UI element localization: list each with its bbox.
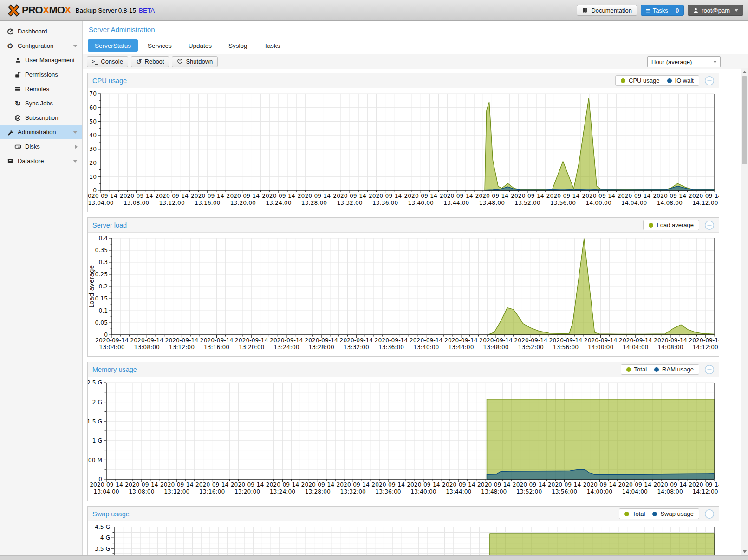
- memory-chart-legend[interactable]: TotalRAM usage: [621, 364, 699, 375]
- collapse-icon[interactable]: [704, 76, 715, 88]
- vertical-scrollbar[interactable]: [741, 68, 748, 555]
- svg-text:Load average: Load average: [88, 265, 95, 308]
- tab-tasks[interactable]: Tasks: [257, 39, 287, 52]
- collapse-icon[interactable]: [704, 220, 715, 232]
- panel-title-memory: Memory usage: [92, 366, 137, 373]
- svg-text:2020-09-1413:24:00: 2020-09-1413:24:00: [270, 337, 303, 351]
- swap-usage-panel: Swap usage TotalSwap usage 2020-09-1413:…: [87, 506, 719, 555]
- collapse-icon[interactable]: [704, 365, 715, 377]
- svg-text:2020-09-1413:40:00: 2020-09-1413:40:00: [404, 193, 437, 206]
- svg-text:2020-09-1413:28:00: 2020-09-1413:28:00: [305, 337, 338, 351]
- charts-column: CPU usage CPU usageIO wait 2020-09-1413:…: [83, 69, 748, 555]
- tab-serverstatus[interactable]: ServerStatus: [88, 39, 138, 52]
- svg-text:0: 0: [98, 476, 102, 482]
- user-icon: [13, 57, 22, 63]
- documentation-button[interactable]: Documentation: [577, 5, 637, 16]
- archive-icon: [6, 158, 14, 164]
- window-bottom-strip: [0, 555, 748, 560]
- tab-syslog[interactable]: Syslog: [221, 39, 254, 52]
- svg-text:2020-09-1413:16:00: 2020-09-1413:16:00: [195, 482, 229, 495]
- chevron-down-icon: [73, 160, 78, 163]
- svg-text:0.05: 0.05: [95, 319, 108, 326]
- sidebar-item-disks[interactable]: Disks: [0, 139, 82, 154]
- chevron-down-icon: [73, 45, 78, 47]
- sidebar-item-administration[interactable]: Administration: [0, 125, 82, 139]
- svg-text:2020-09-1413:36:00: 2020-09-1413:36:00: [371, 482, 405, 495]
- shutdown-button[interactable]: Shutdown: [172, 56, 218, 67]
- svg-text:2020-09-1414:04:00: 2020-09-1414:04:00: [618, 193, 651, 206]
- scroll-up-arrow-icon[interactable]: [743, 71, 747, 73]
- server-icon: [13, 86, 22, 92]
- svg-text:2020-09-1414:00:00: 2020-09-1414:00:00: [583, 482, 617, 495]
- tab-updates[interactable]: Updates: [182, 39, 219, 52]
- svg-text:2020-09-1413:52:00: 2020-09-1413:52:00: [514, 337, 548, 351]
- svg-text:2020-09-1413:16:00: 2020-09-1413:16:00: [200, 337, 234, 351]
- sync-icon: ↻: [13, 100, 22, 107]
- svg-text:2020-09-1413:40:00: 2020-09-1413:40:00: [410, 337, 443, 351]
- svg-text:2020-09-1413:04:00: 2020-09-1413:04:00: [95, 337, 129, 351]
- sidebar-item-dashboard[interactable]: Dashboard: [0, 24, 82, 39]
- scroll-down-arrow-icon[interactable]: [743, 550, 747, 553]
- svg-text:2020-09-1413:56:00: 2020-09-1413:56:00: [548, 482, 581, 495]
- svg-text:2020-09-1413:48:00: 2020-09-1413:48:00: [477, 482, 511, 495]
- svg-text:2020-09-1413:12:00: 2020-09-1413:12:00: [160, 482, 194, 495]
- beta-link[interactable]: BETA: [139, 7, 155, 14]
- chevron-down-icon: [735, 9, 738, 12]
- sidebar-item-remotes[interactable]: Remotes: [0, 82, 82, 96]
- svg-text:2020-09-1413:04:00: 2020-09-1413:04:00: [88, 193, 117, 206]
- chevron-down-icon: [713, 61, 717, 63]
- console-button[interactable]: >_ Console: [87, 56, 128, 67]
- svg-text:2020-09-1413:32:00: 2020-09-1413:32:00: [336, 482, 370, 495]
- svg-text:4.5 G: 4.5 G: [95, 524, 110, 530]
- svg-text:2.5 G: 2.5 G: [88, 379, 102, 386]
- sidebar-item-datastore[interactable]: Datastore: [0, 154, 82, 168]
- sidebar: Dashboard ⚙ Configuration User Managemen…: [0, 21, 83, 555]
- svg-text:2020-09-1414:12:00: 2020-09-1414:12:00: [689, 337, 719, 351]
- sidebar-item-user-management[interactable]: User Management: [0, 53, 82, 67]
- svg-text:30: 30: [89, 146, 97, 152]
- svg-text:0.3: 0.3: [98, 259, 108, 266]
- svg-text:2020-09-1414:08:00: 2020-09-1414:08:00: [653, 482, 687, 495]
- reboot-button[interactable]: ↺ Reboot: [131, 56, 169, 67]
- tasks-button[interactable]: ≡ Tasks 0: [641, 5, 684, 16]
- cpu-usage-panel: CPU usage CPU usageIO wait 2020-09-1413:…: [87, 73, 719, 212]
- svg-text:2020-09-1413:36:00: 2020-09-1413:36:00: [369, 193, 402, 206]
- svg-text:3.5 G: 3.5 G: [95, 546, 110, 552]
- svg-text:0.35: 0.35: [95, 247, 108, 254]
- svg-text:2020-09-1414:08:00: 2020-09-1414:08:00: [654, 337, 687, 351]
- cpu-chart-legend[interactable]: CPU usageIO wait: [615, 75, 699, 86]
- svg-text:2020-09-1414:12:00: 2020-09-1414:12:00: [689, 482, 719, 495]
- tab-services[interactable]: Services: [141, 39, 179, 52]
- user-menu-button[interactable]: root@pam: [688, 5, 743, 16]
- load-chart-legend[interactable]: Load average: [643, 220, 699, 230]
- panel-title-cpu: CPU usage: [92, 77, 127, 85]
- sidebar-item-permissions[interactable]: Permissions: [0, 67, 82, 82]
- svg-text:2020-09-1413:16:00: 2020-09-1413:16:00: [191, 193, 224, 206]
- svg-text:2020-09-1413:32:00: 2020-09-1413:32:00: [340, 337, 373, 351]
- svg-text:2020-09-1414:00:00: 2020-09-1414:00:00: [584, 337, 618, 351]
- book-icon: [582, 7, 588, 13]
- collapse-icon[interactable]: [704, 509, 715, 521]
- sidebar-item-subscription[interactable]: Subscription: [0, 111, 82, 125]
- svg-text:0.2: 0.2: [98, 283, 108, 290]
- svg-text:2020-09-1413:28:00: 2020-09-1413:28:00: [298, 193, 331, 206]
- sidebar-item-sync-jobs[interactable]: ↻ Sync Jobs: [0, 96, 82, 111]
- wrench-icon: [6, 129, 14, 136]
- server-load-panel: Server load Load average 2020-09-1413:04…: [87, 217, 719, 357]
- svg-text:0: 0: [104, 332, 108, 338]
- svg-text:2020-09-1413:08:00: 2020-09-1413:08:00: [125, 482, 158, 495]
- svg-text:0.15: 0.15: [95, 295, 108, 302]
- svg-text:2020-09-1414:00:00: 2020-09-1414:00:00: [582, 193, 615, 206]
- svg-text:2020-09-1413:44:00: 2020-09-1413:44:00: [444, 337, 478, 351]
- svg-text:1 G: 1 G: [92, 437, 102, 444]
- swap-chart-legend[interactable]: TotalSwap usage: [619, 508, 699, 519]
- page-title: Server Administration: [89, 26, 748, 33]
- svg-text:2020-09-1413:32:00: 2020-09-1413:32:00: [333, 193, 366, 206]
- sidebar-item-configuration[interactable]: ⚙ Configuration: [0, 39, 82, 53]
- svg-text:0.25: 0.25: [95, 271, 108, 278]
- timeframe-select[interactable]: Hour (average): [647, 56, 721, 67]
- svg-text:2020-09-1414:12:00: 2020-09-1414:12:00: [689, 193, 719, 206]
- svg-text:2020-09-1413:56:00: 2020-09-1413:56:00: [549, 337, 583, 351]
- server-load-chart: 2020-09-1413:04:002020-09-1413:08:002020…: [88, 233, 719, 356]
- scrollbar-thumb[interactable]: [742, 76, 747, 164]
